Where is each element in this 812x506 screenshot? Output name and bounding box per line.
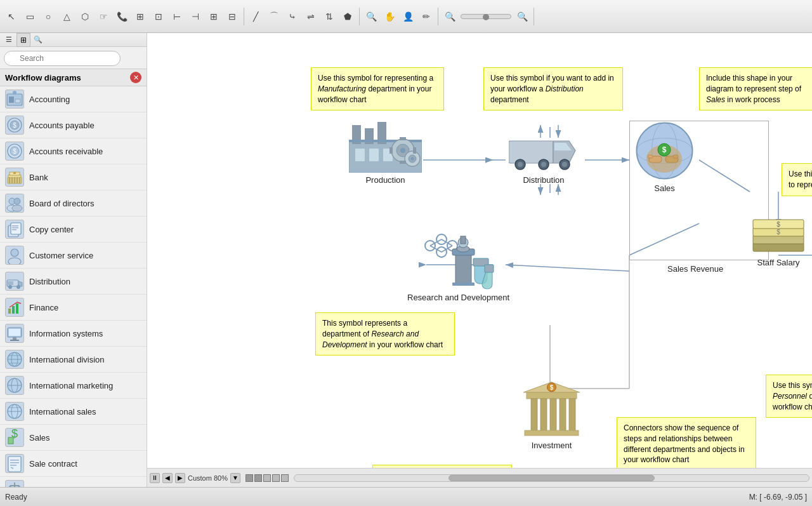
sidebar-icon-intl-sales (5, 402, 24, 421)
cursor-tool-btn[interactable]: ☞ (95, 8, 112, 25)
path-tool-btn[interactable]: ⇌ (302, 8, 320, 25)
node-production[interactable]: Production (349, 116, 422, 185)
sidebar-item-finance[interactable]: Finance (0, 295, 147, 321)
pause-btn[interactable]: ⏸ (150, 473, 160, 483)
salary-svg: $ $ (750, 217, 807, 255)
polygon-tool-btn[interactable]: ⬡ (76, 8, 94, 25)
sidebar-item-customer-service[interactable]: Customer service (0, 243, 147, 269)
sidebar-item-info-systems[interactable]: Information systems (0, 321, 147, 347)
node-distribution[interactable]: Distribution (509, 131, 579, 185)
sidebar-label-bank: Bank (29, 173, 48, 182)
svg-text:$: $ (550, 384, 554, 391)
page-ind-1[interactable] (246, 474, 253, 482)
h-scroll-thumb[interactable] (449, 475, 654, 481)
connector-tool-btn[interactable]: 📞 (113, 8, 131, 25)
sidebar-item-intl-marketing[interactable]: International marketing (0, 373, 147, 399)
prev-page-btn[interactable]: ◀ (162, 473, 173, 483)
sidebar-item-distribution[interactable]: Distribution (0, 269, 147, 295)
svg-rect-103 (369, 149, 379, 161)
sidebar-close-btn[interactable]: ✕ (130, 72, 141, 83)
shape-tool-btn[interactable]: ⬟ (339, 8, 357, 25)
sidebar-item-accounts-receivable[interactable]: $ Accounts receivable (0, 138, 147, 164)
tooltip-rd-text: This symbol represents a department of R… (322, 319, 443, 349)
svg-point-121 (541, 162, 546, 167)
zoom-out-btn[interactable]: 🔍 (441, 8, 459, 25)
distribution-svg (509, 131, 579, 173)
svg-rect-18 (19, 177, 20, 183)
sidebar-item-board[interactable]: Board of directors (0, 190, 147, 216)
freehand-tool-btn[interactable]: ⇅ (320, 8, 338, 25)
svg-rect-158 (531, 399, 537, 430)
select-tool-btn[interactable]: ↖ (3, 8, 20, 25)
user-tool-btn[interactable]: 👤 (399, 8, 417, 25)
sidebar-icon-sales: $ (5, 428, 24, 447)
svg-rect-57 (10, 460, 19, 461)
node-distribution-label: Distribution (523, 175, 564, 185)
sidebar-search-mini-btn[interactable]: 🔍 (32, 34, 44, 46)
node-sales[interactable]: $ Sales (634, 121, 695, 193)
sidebar-item-accounts-payable[interactable]: $ Accounts payable (0, 112, 147, 138)
grid-tool-btn[interactable]: ⊞ (131, 8, 149, 25)
svg-rect-114 (413, 147, 416, 154)
sidebar-grid-btn[interactable]: ⊞ (16, 33, 30, 47)
sidebar-menu-btn[interactable]: ☰ (3, 34, 15, 46)
rectangle-tool-btn[interactable]: ▭ (21, 8, 39, 25)
bezier-tool-btn[interactable]: ⤷ (284, 8, 301, 25)
sidebar-title: Workflow diagrams (5, 73, 81, 83)
svg-rect-112 (400, 161, 406, 164)
svg-rect-148 (455, 252, 471, 284)
arc-tool-btn[interactable]: ⌒ (265, 8, 283, 25)
search-input[interactable] (4, 51, 121, 66)
h-scroll-track[interactable] (294, 474, 809, 482)
zoom-in-btn[interactable]: 🔍 (513, 8, 531, 25)
ellipse-tool-btn[interactable]: ○ (39, 8, 57, 25)
sidebar-item-legal[interactable]: Legal department (0, 477, 147, 487)
tooltip-connectors: Connectors show the sequence of steps an… (617, 417, 756, 468)
zoom-dropdown-btn[interactable]: ▼ (230, 473, 240, 483)
group-btn[interactable]: ⊞ (205, 8, 223, 25)
page-ind-3[interactable] (263, 474, 271, 482)
sidebar-item-sales[interactable]: $ Sales (0, 425, 147, 451)
node-investment[interactable]: $ Investment (521, 381, 582, 450)
svg-rect-161 (560, 399, 566, 430)
dotgrid-tool-btn[interactable]: ⊡ (150, 8, 167, 25)
zoom-tool-btn[interactable]: 🔍 (362, 8, 380, 25)
svg-rect-27 (12, 229, 16, 230)
node-rd[interactable]: Research and Development (407, 220, 509, 302)
canvas-area[interactable]: Use this symbol for representing a Manuf… (147, 33, 812, 487)
line-tool-btn[interactable]: ╱ (247, 8, 265, 25)
sidebar-title-row: Workflow diagrams ✕ (0, 69, 147, 86)
page-ind-2[interactable] (254, 474, 262, 482)
svg-text:$: $ (662, 145, 667, 154)
sidebar-item-intl-sales[interactable]: International sales (0, 399, 147, 425)
sidebar-item-copy-center[interactable]: Copy center (0, 216, 147, 243)
sidebar-item-sale-contract[interactable]: Sale contract (0, 451, 147, 477)
triangle-tool-btn[interactable]: △ (58, 8, 75, 25)
svg-rect-1 (9, 97, 14, 103)
svg-text:$: $ (776, 229, 780, 236)
zoom-slider[interactable] (461, 14, 511, 19)
ungroup-btn[interactable]: ⊟ (223, 8, 241, 25)
sidebar-icon-accounting (5, 90, 24, 109)
svg-rect-41 (9, 329, 20, 336)
tooltip-manufacturing: Use this symbol for representing a Manuf… (311, 67, 444, 110)
zoom-slider-thumb[interactable] (483, 14, 489, 20)
canvas[interactable]: Use this symbol for representing a Manuf… (147, 33, 812, 468)
sidebar: ☰ ⊞ 🔍 🔍 Workflow diagrams ✕ Accounting (0, 33, 147, 487)
pan-tool-btn[interactable]: ✋ (381, 8, 398, 25)
node-salary[interactable]: $ $ Staff Salary (750, 217, 807, 267)
sidebar-item-bank[interactable]: Bank (0, 164, 147, 190)
align-left-btn[interactable]: ⊢ (168, 8, 186, 25)
sidebar-item-accounting[interactable]: Accounting (0, 86, 147, 112)
svg-rect-102 (355, 149, 365, 161)
sidebar-item-intl-division[interactable]: International division (0, 347, 147, 373)
pen-tool-btn[interactable]: ✏ (417, 8, 435, 25)
svg-rect-59 (10, 465, 16, 466)
page-ind-4[interactable] (272, 474, 280, 482)
page-ind-5[interactable] (281, 474, 289, 482)
svg-point-32 (8, 285, 12, 289)
svg-line-83 (629, 223, 699, 255)
align-right-btn[interactable]: ⊣ (187, 8, 204, 25)
next-page-btn[interactable]: ▶ (175, 473, 185, 483)
svg-rect-157 (527, 392, 577, 399)
